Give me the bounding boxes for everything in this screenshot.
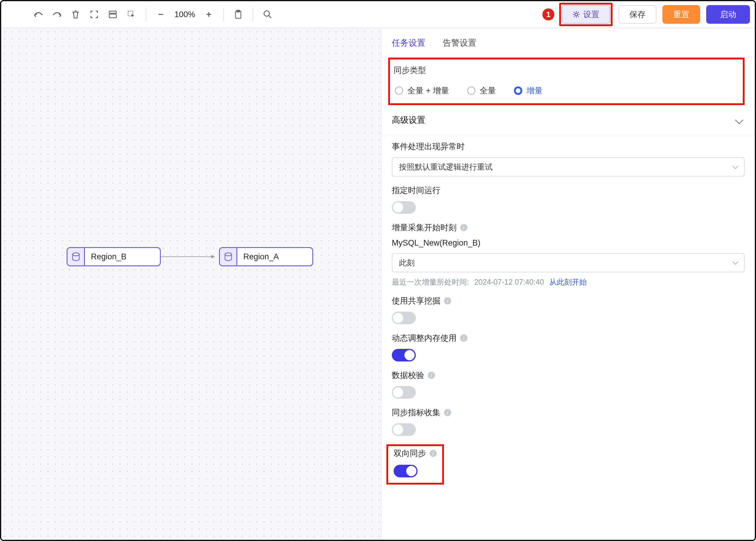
info-icon[interactable]: i — [444, 297, 451, 304]
body: Region_B Region_A 任务设置 告警设置 2 — [1, 28, 755, 540]
node-target-label: Region_A — [237, 252, 287, 262]
search-icon — [263, 10, 272, 19]
start-from-now-link[interactable]: 从此刻开始 — [549, 277, 587, 287]
toolbar-separator — [223, 8, 224, 21]
scheduled-label: 指定时间运行 — [392, 185, 745, 196]
advanced-settings-label: 高级设置 — [392, 114, 425, 126]
node-source-label: Region_B — [85, 252, 135, 262]
svg-point-7 — [73, 253, 79, 256]
radio-full-incremental[interactable]: 全量 + 增量 — [395, 85, 449, 96]
svg-point-6 — [575, 13, 578, 16]
last-incremental-note: 最近一次增量所处时间: 2024-07-12 07:40:40 从此刻开始 — [392, 277, 745, 287]
toolbar-right: 1 设置 保存 重置 启动 — [542, 3, 750, 26]
sync-type-label: 同步类型 — [393, 65, 739, 76]
save-button[interactable]: 保存 — [619, 5, 656, 24]
settings-button[interactable]: 设置 — [562, 5, 610, 24]
center-icon — [90, 10, 99, 19]
zoom-in-button[interactable] — [200, 6, 217, 23]
canvas[interactable]: Region_B Region_A — [1, 28, 381, 540]
radio-full-incremental-label: 全量 + 增量 — [407, 85, 449, 96]
reset-label: 重置 — [673, 9, 689, 20]
last-incremental-time: 2024-07-12 07:40:40 — [474, 278, 544, 286]
tab-alarm-settings[interactable]: 告警设置 — [443, 37, 476, 50]
settings-label: 设置 — [583, 9, 600, 20]
zoom-value: 100% — [171, 10, 199, 19]
delete-button[interactable] — [67, 6, 84, 23]
pointer-icon — [127, 10, 136, 19]
sync-metrics-label: 同步指标收集 — [392, 407, 440, 418]
svg-point-5 — [264, 11, 269, 16]
shared-mining-label: 使用共享挖掘 — [392, 295, 440, 306]
settings-panel: 任务设置 告警设置 2 同步类型 全量 + 增量 — [381, 28, 755, 540]
clipboard-button[interactable] — [230, 6, 247, 23]
field-scheduled-run: 指定时间运行 — [381, 179, 755, 216]
advanced-settings-toggle[interactable]: 高级设置 — [381, 105, 755, 135]
layout-icon — [108, 10, 117, 19]
field-exception-handling: 事件处理出现异常时 按照默认重试逻辑进行重试 — [381, 135, 755, 179]
sync-type-highlight: 同步类型 全量 + 增量 全量 — [388, 58, 745, 105]
zoom-out-button[interactable] — [152, 6, 169, 23]
pointer-button[interactable] — [123, 6, 140, 23]
trash-icon — [71, 10, 80, 19]
chevron-down-icon — [732, 163, 738, 169]
field-shared-mining: 使用共享挖掘 i — [381, 289, 755, 327]
dynamic-memory-label: 动态调整内存使用 — [392, 333, 457, 343]
radio-full-label: 全量 — [480, 85, 496, 96]
bidirectional-toggle[interactable] — [393, 465, 417, 477]
field-bidirectional: 3 双向同步 i — [381, 438, 755, 487]
info-icon[interactable]: i — [428, 372, 435, 379]
svg-rect-0 — [109, 11, 117, 13]
info-icon[interactable]: i — [460, 334, 467, 342]
exception-select[interactable]: 按照默认重试逻辑进行重试 — [392, 157, 745, 177]
scheduled-toggle[interactable] — [392, 201, 416, 214]
database-icon — [68, 248, 85, 266]
node-target[interactable]: Region_A — [219, 247, 313, 266]
dynamic-memory-toggle[interactable] — [392, 349, 416, 361]
last-incremental-prefix: 最近一次增量所处时间: — [392, 277, 469, 287]
svg-rect-1 — [109, 14, 117, 18]
toolbar-left: 100% — [6, 6, 276, 23]
info-icon[interactable]: i — [430, 450, 437, 457]
zoom-controls: 100% — [152, 6, 217, 23]
settings-highlight: 设置 — [559, 3, 613, 26]
minus-icon — [157, 11, 164, 18]
radio-full[interactable]: 全量 — [467, 85, 496, 96]
field-incremental-start: 增量采集开始时刻 i MySQL_New(Region_B) 此刻 最近一次增量… — [381, 216, 755, 289]
gear-icon — [572, 11, 580, 18]
exception-value: 按照默认重试逻辑进行重试 — [399, 162, 493, 172]
toolbar: 100% 1 设置 — [1, 1, 755, 28]
field-sync-metrics: 同步指标收集 i — [381, 401, 755, 438]
svg-point-9 — [225, 253, 232, 256]
sync-type-radio-group: 全量 + 增量 全量 增量 — [393, 81, 739, 99]
app-frame: 100% 1 设置 — [0, 0, 756, 541]
undo-icon — [33, 11, 44, 18]
plus-icon — [205, 11, 212, 18]
start-label: 启动 — [720, 9, 736, 20]
undo-button[interactable] — [30, 6, 47, 23]
tab-task-settings[interactable]: 任务设置 — [392, 37, 425, 50]
node-source[interactable]: Region_B — [67, 247, 161, 266]
radio-incremental-label: 增量 — [527, 85, 543, 96]
start-button[interactable]: 启动 — [706, 5, 750, 24]
chevron-down-icon — [732, 259, 738, 265]
reset-button[interactable]: 重置 — [662, 5, 700, 24]
redo-button[interactable] — [49, 6, 65, 23]
database-icon — [220, 248, 237, 266]
center-button[interactable] — [86, 6, 103, 23]
exception-label: 事件处理出现异常时 — [392, 141, 745, 152]
shared-mining-toggle[interactable] — [392, 311, 416, 324]
incremental-start-value: 此刻 — [399, 258, 414, 268]
incremental-start-label: 增量采集开始时刻 — [392, 222, 457, 233]
field-data-verify: 数据校验 i — [381, 364, 755, 401]
data-verify-toggle[interactable] — [392, 386, 416, 399]
info-icon[interactable]: i — [444, 409, 451, 416]
toolbar-separator — [253, 8, 253, 21]
incremental-start-select[interactable]: 此刻 — [392, 253, 745, 272]
layout-button[interactable] — [105, 6, 121, 23]
sync-metrics-toggle[interactable] — [392, 423, 416, 436]
search-button[interactable] — [259, 6, 276, 23]
panel-tabs: 任务设置 告警设置 — [381, 28, 755, 58]
info-icon[interactable]: i — [460, 224, 467, 231]
chevron-down-icon — [735, 116, 743, 124]
radio-incremental[interactable]: 增量 — [514, 85, 543, 96]
